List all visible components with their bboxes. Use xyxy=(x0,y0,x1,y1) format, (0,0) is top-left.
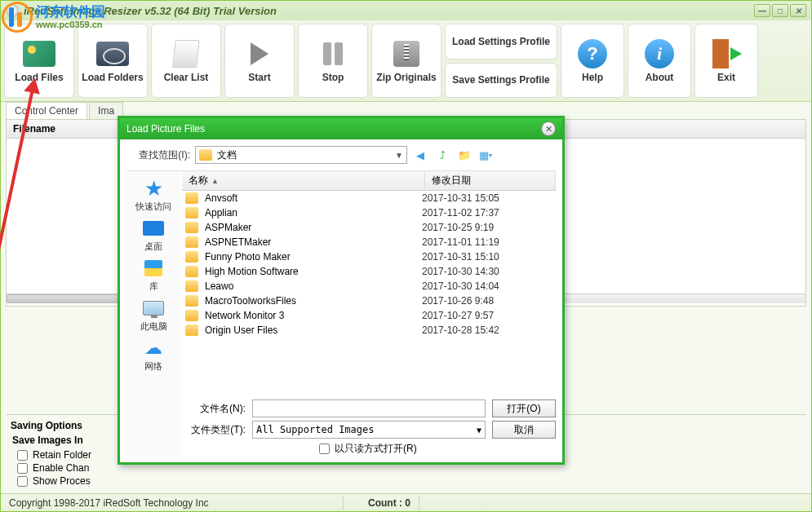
zip-icon xyxy=(393,41,419,67)
open-button[interactable]: 打开(O) xyxy=(492,399,556,417)
file-date: 2017-10-25 9:19 xyxy=(422,222,552,233)
titlebar: iRedSoft Image Resizer v5.32 (64 Bit) Tr… xyxy=(1,1,811,20)
desktop-icon xyxy=(143,221,164,236)
column-headers: 名称▲ 修改日期 xyxy=(182,171,556,191)
clear-list-button[interactable]: Clear List xyxy=(151,24,221,98)
folder-icon xyxy=(185,310,198,321)
file-name: Network Monitor 3 xyxy=(205,310,422,321)
dialog-titlebar: Load Picture Files ✕ xyxy=(120,118,562,139)
sidebar-this-pc[interactable]: 此电脑 xyxy=(140,298,167,333)
nav-view-button[interactable]: ▦▾ xyxy=(477,147,494,163)
file-item[interactable]: High Motion Software2017-10-30 14:30 xyxy=(182,264,556,279)
minimize-button[interactable]: — xyxy=(754,4,770,17)
file-date: 2017-10-30 14:04 xyxy=(422,280,552,292)
load-picture-files-dialog: Load Picture Files ✕ 查找范围(I): 文档 ▼ ◀ ⤴ 📁… xyxy=(118,116,565,465)
load-settings-button[interactable]: Load Settings Profile xyxy=(445,24,557,60)
settings-col: Load Settings Profile Save Settings Prof… xyxy=(445,24,557,98)
statusbar: Copyright 1998-2017 iRedSoft Technology … xyxy=(1,493,811,511)
dialog-close-button[interactable]: ✕ xyxy=(541,121,556,136)
file-date: 2017-10-31 15:05 xyxy=(422,192,552,204)
folder-icon xyxy=(185,236,198,248)
file-item[interactable]: ASPMaker2017-10-25 9:19 xyxy=(182,220,556,235)
file-name: MacroToolworksFiles xyxy=(205,295,422,307)
nav-new-folder-button[interactable]: 📁 xyxy=(456,147,473,163)
help-button[interactable]: ? Help xyxy=(561,24,624,98)
file-name: High Motion Software xyxy=(205,266,422,277)
exit-button[interactable]: Exit xyxy=(694,24,758,98)
clear-icon xyxy=(172,40,200,68)
file-date: 2017-10-26 9:48 xyxy=(422,295,552,307)
count-label: Count : 0 xyxy=(360,496,419,510)
network-icon: ☁ xyxy=(141,338,166,359)
file-date: 2017-11-02 17:37 xyxy=(422,207,552,218)
folder-icon xyxy=(185,207,198,218)
file-name: Leawo xyxy=(205,280,422,292)
file-item[interactable]: Leawo2017-10-30 14:04 xyxy=(182,279,556,294)
sidebar-network[interactable]: ☁ 网络 xyxy=(141,338,166,373)
file-date: 2017-11-01 11:19 xyxy=(422,236,552,248)
folder-icon xyxy=(185,280,198,292)
file-name: Funny Photo Maker xyxy=(205,251,422,263)
filetype-select[interactable]: All Supported Images ▼ xyxy=(252,421,486,439)
save-settings-button[interactable]: Save Settings Profile xyxy=(445,63,557,99)
file-item[interactable]: Anvsoft2017-10-31 15:05 xyxy=(182,191,556,205)
file-item[interactable]: ASPNETMaker2017-11-01 11:19 xyxy=(182,235,556,249)
show-process-checkbox[interactable]: Show Proces xyxy=(17,475,801,487)
file-item[interactable]: Origin User Files2017-10-28 15:42 xyxy=(182,323,556,338)
camera-icon xyxy=(96,42,129,66)
info-icon: i xyxy=(645,39,674,68)
file-date: 2017-10-27 9:57 xyxy=(422,310,552,321)
nav-back-button[interactable]: ◀ xyxy=(412,147,428,163)
library-icon xyxy=(144,260,162,276)
file-list[interactable]: Anvsoft2017-10-31 15:05Applian2017-11-02… xyxy=(182,191,556,391)
places-sidebar: ★ 快速访问 桌面 库 此电脑 ☁ 网络 xyxy=(126,171,180,456)
pc-icon xyxy=(143,301,164,316)
file-date: 2017-10-30 14:30 xyxy=(422,266,552,277)
dialog-title: Load Picture Files xyxy=(126,123,205,135)
cancel-button[interactable]: 取消 xyxy=(492,421,556,439)
sort-indicator-icon: ▲ xyxy=(211,177,219,185)
look-in-select[interactable]: 文档 ▼ xyxy=(195,146,407,164)
folder-icon xyxy=(185,266,198,277)
sidebar-quick-access[interactable]: ★ 快速访问 xyxy=(135,178,171,213)
maximize-button[interactable]: □ xyxy=(772,4,788,17)
folder-icon xyxy=(185,222,198,233)
folder-icon xyxy=(185,324,198,336)
exit-icon xyxy=(712,39,740,68)
start-button[interactable]: Start xyxy=(224,24,295,98)
col-name-header[interactable]: 名称▲ xyxy=(182,171,425,190)
readonly-checkbox[interactable]: 以只读方式打开(R) xyxy=(319,442,556,456)
star-icon: ★ xyxy=(141,178,166,199)
nav-up-button[interactable]: ⤴ xyxy=(433,147,451,163)
copyright-label: Copyright 1998-2017 iRedSoft Technology … xyxy=(1,496,344,510)
file-date: 2017-10-31 15:10 xyxy=(422,251,552,263)
tab-control-center[interactable]: Control Center xyxy=(6,102,87,119)
sidebar-libraries[interactable]: 库 xyxy=(141,258,166,293)
load-folders-button[interactable]: Load Folders xyxy=(78,24,148,98)
close-button[interactable]: ✕ xyxy=(790,4,806,17)
filetype-label: 文件类型(T): xyxy=(182,423,246,437)
about-button[interactable]: i About xyxy=(628,24,691,98)
folder-icon xyxy=(199,149,212,161)
file-browser: 名称▲ 修改日期 Anvsoft2017-10-31 15:05Applian2… xyxy=(182,171,556,456)
file-date: 2017-10-28 15:42 xyxy=(422,324,552,336)
folder-icon xyxy=(185,251,198,263)
file-name: ASPNETMaker xyxy=(205,236,422,248)
pause-icon xyxy=(323,42,343,65)
help-icon: ? xyxy=(578,39,607,68)
col-date-header[interactable]: 修改日期 xyxy=(425,171,556,190)
file-item[interactable]: Funny Photo Maker2017-10-31 15:10 xyxy=(182,249,556,264)
chevron-down-icon: ▼ xyxy=(477,426,481,435)
file-item[interactable]: Network Monitor 32017-10-27 9:57 xyxy=(182,308,556,323)
zip-originals-button[interactable]: Zip Originals xyxy=(371,24,441,98)
file-name: ASPMaker xyxy=(205,222,422,233)
sidebar-desktop[interactable]: 桌面 xyxy=(141,218,166,253)
file-name: Origin User Files xyxy=(205,324,422,336)
stop-button[interactable]: Stop xyxy=(298,24,368,98)
filename-input[interactable] xyxy=(252,399,486,417)
chevron-down-icon: ▼ xyxy=(395,151,403,160)
file-item[interactable]: MacroToolworksFiles2017-10-26 9:48 xyxy=(182,294,556,308)
file-name: Applian xyxy=(205,207,422,218)
toolbar: Load Files Load Folders Clear List Start… xyxy=(1,20,811,102)
file-item[interactable]: Applian2017-11-02 17:37 xyxy=(182,205,556,220)
